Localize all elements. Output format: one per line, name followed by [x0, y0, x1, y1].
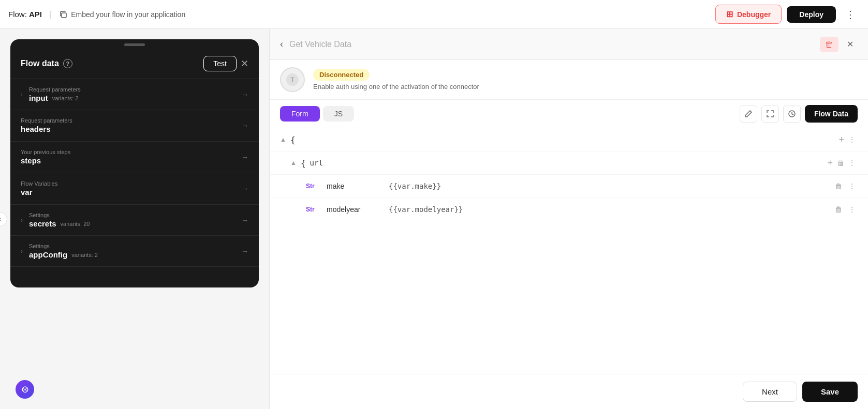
deploy-button[interactable]: Deploy	[787, 6, 836, 23]
debugger-button[interactable]: ⊞ Debugger	[715, 5, 782, 24]
delete-url-button[interactable]: 🗑	[835, 157, 846, 169]
arrow-icon: →	[241, 216, 248, 224]
flow-data-card: Flow data ? Test ✕ › Request parameters …	[10, 39, 259, 287]
json-open-brace: {	[290, 135, 296, 145]
json-fieldname-modelyear: modelyear	[327, 205, 389, 214]
svg-text:T: T	[290, 76, 295, 84]
sidebar-item-name: headers	[21, 125, 51, 133]
add-root-button[interactable]: +	[836, 134, 846, 145]
json-editor: ▲ { + ⋮ ▲ { url + 🗑 ⋮ Str make {{var.mak…	[270, 128, 868, 374]
sidebar-item-steps[interactable]: Your previous steps steps →	[10, 142, 259, 173]
json-type-make: Str	[306, 183, 320, 190]
app-header: Flow: API | Embed your flow in your appl…	[0, 0, 868, 29]
debugger-label: Debugger	[737, 10, 771, 19]
sidebar-item-input[interactable]: › Request parameters input variants: 2 →	[10, 79, 259, 110]
sidebar-item-category: Flow Variables	[21, 180, 241, 187]
next-button[interactable]: Next	[743, 382, 797, 402]
svg-rect-0	[62, 13, 66, 18]
sidebar-item-category: Settings	[29, 212, 241, 218]
sidebar-item-badge: variants: 2	[71, 252, 98, 258]
header-left: Flow: API | Embed your flow in your appl…	[8, 10, 185, 19]
flow-name: API	[29, 10, 42, 19]
close-flow-data-button[interactable]: ✕	[241, 58, 248, 69]
tabs-right: Flow Data	[740, 105, 858, 123]
right-header-left: ‹ Get Vehicle Data	[280, 39, 351, 50]
sidebar-item-headers[interactable]: Request parameters headers →	[10, 110, 259, 142]
delete-button[interactable]: 🗑	[820, 37, 838, 52]
collapse-root-button[interactable]: ▲	[280, 136, 286, 143]
header-right: ⊞ Debugger Deploy ⋮	[715, 5, 860, 24]
drag-handle	[124, 43, 145, 46]
disconnected-badge: Disconnected	[313, 69, 370, 81]
expand-icon-button[interactable]	[761, 105, 779, 123]
deploy-label: Deploy	[799, 10, 823, 19]
arrow-icon: →	[241, 90, 248, 99]
flow-data-title-text: Flow data	[21, 59, 59, 68]
history-icon-button[interactable]	[783, 105, 801, 123]
more-make-button[interactable]: ⋮	[846, 180, 858, 192]
sidebar-item-category: Your previous steps	[21, 149, 241, 155]
flow-label: Flow:	[8, 10, 27, 19]
pencil-icon-button[interactable]	[740, 105, 757, 123]
sidebar-item-appconfig[interactable]: › Settings appConfig variants: 2 →	[10, 236, 259, 267]
sidebar-item-var[interactable]: Flow Variables var →	[10, 173, 259, 205]
more-options-button[interactable]: ⋮	[841, 6, 860, 23]
tab-form[interactable]: Form	[280, 106, 320, 122]
flow-title: Flow: API	[8, 10, 42, 19]
sidebar-item-name: input	[29, 94, 48, 102]
chevron-icon: ›	[21, 248, 23, 255]
sidebar-item-content: Your previous steps steps	[21, 149, 241, 165]
test-button[interactable]: Test	[203, 56, 237, 71]
collapse-url-button[interactable]: ▲	[290, 159, 297, 166]
sidebar-item-content: Request parameters input variants: 2	[29, 86, 241, 102]
json-value-make: {{var.make}}	[389, 182, 833, 190]
add-url-button[interactable]: +	[825, 158, 835, 169]
save-button[interactable]: Save	[802, 382, 858, 402]
sidebar-item-category: Request parameters	[21, 117, 241, 124]
tab-js[interactable]: JS	[323, 106, 354, 122]
json-fieldname-make: make	[327, 182, 389, 190]
sidebar-item-category: Request parameters	[29, 86, 241, 93]
flow-data-button[interactable]: Flow Data	[805, 105, 858, 123]
more-url-button[interactable]: ⋮	[846, 157, 858, 169]
json-type-modelyear: Str	[306, 206, 320, 213]
left-toggle-button[interactable]: ‹	[0, 212, 7, 226]
arrow-icon: →	[241, 247, 248, 255]
back-button[interactable]: ‹	[280, 39, 283, 50]
help-icon[interactable]: ?	[63, 59, 72, 68]
right-header-right: 🗑 ✕	[820, 36, 858, 52]
flow-icon-button[interactable]: ⊛	[16, 380, 34, 399]
debugger-icon: ⊞	[726, 9, 733, 19]
arrow-icon: →	[241, 185, 248, 193]
copy-icon[interactable]	[58, 10, 68, 19]
left-panel: ‹ Flow data ? Test ✕ ›	[0, 29, 269, 409]
more-root-button[interactable]: ⋮	[846, 133, 858, 146]
more-modelyear-button[interactable]: ⋮	[846, 203, 858, 216]
chevron-icon: ›	[21, 217, 23, 224]
delete-make-button[interactable]: 🗑	[833, 180, 844, 192]
connector-icon: T	[280, 67, 305, 92]
flow-data-list: › Request parameters input variants: 2 →…	[10, 79, 259, 267]
flow-data-actions: Test ✕	[203, 56, 248, 71]
tabs-left: Form JS	[280, 106, 354, 122]
sidebar-item-name: appConfig	[29, 250, 67, 259]
json-actions-modelyear: 🗑 ⋮	[833, 203, 858, 216]
sidebar-item-name: steps	[21, 156, 41, 165]
sidebar-item-content: Request parameters headers	[21, 117, 241, 134]
main-area: ‹ Flow data ? Test ✕ ›	[0, 29, 868, 409]
close-right-panel-button[interactable]: ✕	[843, 36, 858, 52]
json-brace-url: {	[301, 158, 306, 168]
json-row-root: ▲ { + ⋮	[270, 128, 868, 152]
arrow-icon: →	[241, 122, 248, 130]
arrow-icon: →	[241, 153, 248, 161]
sidebar-item-category: Settings	[29, 243, 241, 249]
tabs-bar: Form JS Flow Data	[270, 100, 868, 128]
trash-icon: 🗑	[825, 40, 833, 49]
auth-hint: Enable auth using one of the activation …	[313, 83, 479, 90]
sidebar-item-name: var	[21, 188, 33, 196]
sidebar-item-badge: variants: 2	[52, 95, 79, 101]
delete-modelyear-button[interactable]: 🗑	[833, 203, 844, 216]
json-value-modelyear: {{var.modelyear}}	[389, 205, 833, 214]
sidebar-item-secrets[interactable]: › Settings secrets variants: 20 →	[10, 205, 259, 236]
right-header: ‹ Get Vehicle Data 🗑 ✕	[270, 29, 868, 60]
